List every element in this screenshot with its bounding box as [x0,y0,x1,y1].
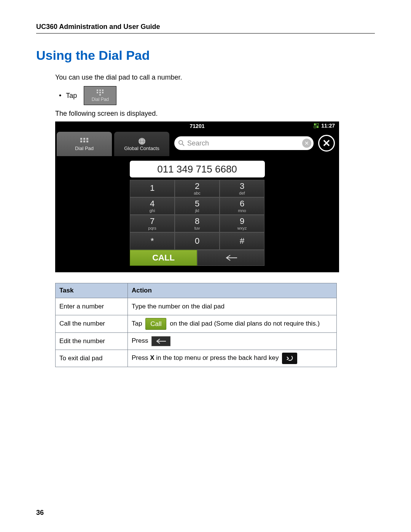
svg-rect-15 [83,141,85,142]
action-cell: Press [128,333,337,350]
globe-icon [137,137,147,145]
intro-text: You can use the dial pad to call a numbe… [55,73,375,81]
close-button[interactable]: ✕ [318,135,335,152]
key-6[interactable]: 6mno [220,197,264,215]
tab-contacts-label: Global Contacts [124,145,159,151]
svg-rect-9 [317,123,319,125]
inline-call-button: Call [145,318,166,330]
backspace-icon [223,254,239,262]
section-title: Using the Dial Pad [36,48,375,63]
key-8[interactable]: 8tuv [175,215,220,232]
svg-rect-5 [102,92,104,93]
task-cell: Edit the number [56,333,128,350]
svg-rect-0 [97,89,98,91]
svg-line-21 [182,144,184,146]
tab-dialpad[interactable]: Dial Pad [57,132,112,156]
text: Press [132,337,148,345]
task-cell: Call the number [56,315,128,333]
action-cell: Type the number on the dial pad [128,298,337,315]
svg-rect-1 [99,89,101,91]
svg-point-20 [179,141,183,144]
key-hash[interactable]: # [220,232,264,250]
key-star[interactable]: * [130,232,175,250]
svg-rect-14 [80,141,82,142]
svg-rect-2 [102,89,104,91]
table-row: Enter a number Type the number on the di… [56,298,337,315]
search-icon [178,140,185,147]
action-cell: Tap Call on the dial pad (Some dial plan… [128,315,337,333]
key-2[interactable]: 2abc [175,180,220,197]
status-bar: 71201 11:27 [56,122,339,130]
backspace-button[interactable] [197,250,264,266]
bullet-dot: • [59,92,61,100]
svg-rect-4 [99,92,101,93]
svg-rect-16 [86,141,88,142]
tab-global-contacts[interactable]: Global Contacts [114,132,169,156]
dialpad-chip: Dial Pad [84,86,116,105]
action-cell: Press X in the top menu or press the bac… [128,350,337,367]
text: on the dial pad (Some dial plans do not … [170,320,320,327]
dialpad-area: 011 349 715 6680 1 2abc 3def 4ghi 5jkl 6… [56,156,339,272]
device-screenshot: 71201 11:27 Dial Pad [55,121,339,272]
text: Tap [132,320,142,327]
svg-rect-3 [97,92,98,93]
status-network-icon [314,123,319,128]
key-5[interactable]: 5jkl [175,197,220,215]
page-number: 36 [36,509,44,517]
th-task: Task [56,283,128,298]
task-cell: To exit dial pad [56,350,128,367]
dialpad-chip-label: Dial Pad [92,97,109,102]
svg-rect-10 [314,126,316,128]
key-7[interactable]: 7pqrs [130,215,175,232]
key-4[interactable]: 4ghi [130,197,175,215]
key-1[interactable]: 1 [130,180,175,197]
table-row: Edit the number Press [56,333,337,350]
key-grid: 1 2abc 3def 4ghi 5jkl 6mno 7pqrs 8tuv 9w… [130,180,264,250]
search-input[interactable]: Search ✕ [174,136,314,150]
key-0[interactable]: 0 [175,232,220,250]
status-center-number: 71201 [190,123,205,129]
key-9[interactable]: 9wxyz [220,215,264,232]
svg-rect-13 [86,138,88,140]
svg-rect-12 [83,138,85,140]
back-hardkey-icon [282,353,297,364]
top-bar: Dial Pad Global Contacts Search ✕ ✕ [56,130,339,156]
svg-rect-6 [99,94,101,96]
svg-rect-11 [80,138,82,140]
number-display: 011 349 715 6680 [130,161,265,177]
text: in the top menu or press the back hard k… [155,355,279,362]
table-row: Call the number Tap Call on the dial pad… [56,315,337,333]
text: Press [132,355,150,362]
clear-search-icon[interactable]: ✕ [302,139,311,148]
running-head: UC360 Administration and User Guide [36,23,375,34]
call-button[interactable]: CALL [130,250,197,266]
bullet-tap-dialpad: • Tap Dial Pad [59,86,375,105]
task-action-table: Task Action Enter a number Type the numb… [55,283,337,367]
search-placeholder: Search [187,139,209,147]
close-icon: ✕ [322,137,331,149]
status-time: 11:27 [321,123,335,129]
tab-dialpad-label: Dial Pad [75,145,94,151]
task-cell: Enter a number [56,298,128,315]
svg-rect-7 [314,123,316,125]
tap-label: Tap [66,92,77,100]
th-action: Action [128,283,337,298]
followup-text: The following screen is displayed. [55,110,375,118]
dialpad-icon [96,89,104,96]
key-3[interactable]: 3def [220,180,264,197]
table-row: To exit dial pad Press X in the top menu… [56,350,337,367]
dialpad-icon [79,137,90,145]
text-bold: X [150,355,154,362]
svg-rect-8 [317,126,319,128]
inline-backspace-icon [151,336,170,346]
